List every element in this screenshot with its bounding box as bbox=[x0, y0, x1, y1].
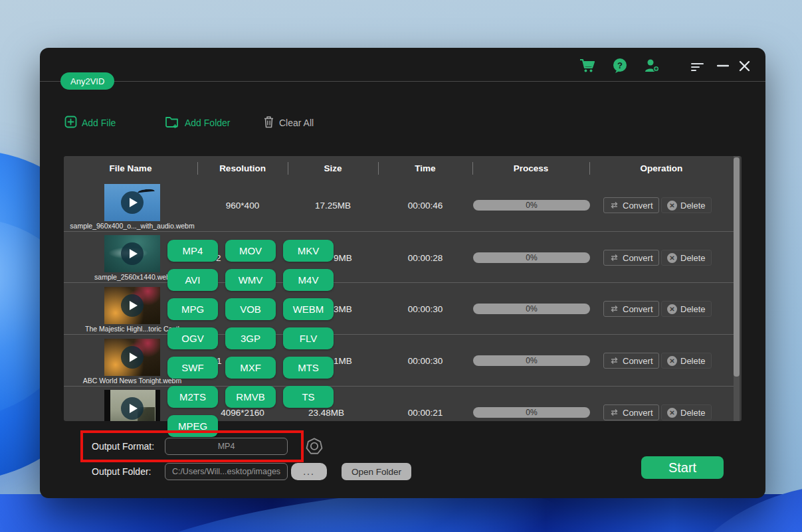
output-format-select[interactable]: MP4 bbox=[165, 438, 288, 455]
output-format-label: Output Format: bbox=[92, 441, 154, 452]
vertical-scrollbar[interactable] bbox=[734, 156, 740, 421]
play-icon[interactable] bbox=[121, 397, 144, 420]
video-thumbnail[interactable] bbox=[104, 339, 160, 376]
format-option-mxf[interactable]: MXF bbox=[225, 357, 276, 379]
format-option-m2ts[interactable]: M2TS bbox=[167, 386, 218, 408]
app-window: ? Any2VID Add File bbox=[40, 48, 765, 498]
table-row: The Majestic Highl...toric Castl 3MB 00:… bbox=[64, 283, 734, 335]
add-folder-icon bbox=[165, 115, 180, 131]
format-option-mts[interactable]: MTS bbox=[283, 357, 334, 379]
format-option-vob[interactable]: VOB bbox=[225, 298, 276, 320]
play-icon[interactable] bbox=[121, 294, 144, 317]
close-icon[interactable] bbox=[735, 57, 753, 74]
browse-button[interactable]: ... bbox=[291, 463, 327, 480]
add-user-icon[interactable] bbox=[643, 57, 661, 74]
progress-value: 0% bbox=[526, 356, 537, 365]
delete-icon: ✕ bbox=[667, 253, 677, 263]
convert-button[interactable]: Convert bbox=[603, 197, 659, 213]
output-folder-label: Output Folder: bbox=[92, 466, 151, 477]
minimize-icon[interactable] bbox=[714, 57, 732, 74]
format-option-ogv[interactable]: OGV bbox=[167, 327, 218, 349]
play-icon[interactable] bbox=[121, 242, 144, 265]
col-resolution: Resolution bbox=[197, 156, 288, 180]
format-option-mov[interactable]: MOV bbox=[225, 240, 276, 262]
delete-button[interactable]: ✕ Delete bbox=[661, 353, 712, 369]
play-icon[interactable] bbox=[121, 346, 144, 369]
open-folder-button[interactable]: Open Folder bbox=[342, 463, 411, 480]
start-button[interactable]: Start bbox=[641, 456, 724, 479]
format-option-mpg[interactable]: MPG bbox=[167, 298, 218, 320]
time-value: 00:00:28 bbox=[408, 253, 443, 263]
col-size: Size bbox=[288, 156, 378, 180]
format-option-3gp[interactable]: 3GP bbox=[225, 327, 276, 349]
add-folder-button[interactable]: Add Folder bbox=[165, 115, 230, 131]
delete-icon: ✕ bbox=[667, 408, 677, 418]
time-value: 00:00:30 bbox=[408, 356, 443, 366]
size-fragment: 9MB bbox=[334, 253, 352, 263]
format-option-mkv[interactable]: MKV bbox=[283, 240, 334, 262]
delete-icon: ✕ bbox=[667, 356, 677, 366]
menu-icon[interactable] bbox=[691, 57, 710, 74]
clear-all-label: Clear All bbox=[279, 118, 314, 128]
convert-button[interactable]: Convert bbox=[603, 404, 659, 420]
file-name: sample_960x400_o..._with_audio.webm bbox=[64, 222, 201, 230]
progress-value: 0% bbox=[526, 201, 537, 210]
table-header: File Name Resolution Size Time Process O… bbox=[64, 156, 742, 180]
progress-value: 0% bbox=[526, 408, 537, 417]
app-tab-badge[interactable]: Any2VID bbox=[60, 72, 114, 90]
convert-icon bbox=[609, 305, 619, 313]
format-option-mpeg[interactable]: MPEG bbox=[167, 415, 218, 437]
delete-button[interactable]: ✕ Delete bbox=[661, 404, 712, 420]
scrollbar-thumb[interactable] bbox=[734, 157, 740, 377]
format-option-rmvb[interactable]: RMVB bbox=[225, 386, 276, 408]
video-thumbnail[interactable] bbox=[104, 235, 160, 272]
add-file-button[interactable]: Add File bbox=[64, 115, 116, 131]
size-value: 17.25MB bbox=[315, 201, 351, 211]
add-file-icon bbox=[64, 116, 77, 131]
table-row: sample_2560x1440.web 2 9MB 00:00:28 0% C… bbox=[64, 231, 734, 283]
time-value: 00:00:30 bbox=[408, 304, 443, 314]
format-option-ts[interactable]: TS bbox=[283, 386, 334, 408]
format-option-swf[interactable]: SWF bbox=[167, 357, 218, 379]
format-option-m4v[interactable]: M4V bbox=[283, 269, 334, 291]
table-row: sample_960x400_o..._with_audio.webm 960*… bbox=[64, 180, 734, 232]
settings-gear-icon[interactable] bbox=[305, 437, 324, 456]
clear-all-button[interactable]: Clear All bbox=[263, 115, 314, 131]
table-row: 4096*2160 23.48MB 00:00:21 0% Convert ✕ … bbox=[64, 387, 734, 421]
progress-bar: 0% bbox=[473, 304, 590, 314]
output-folder-input[interactable]: C:/Users/Will...esktop/images bbox=[165, 463, 288, 480]
convert-button[interactable]: Convert bbox=[603, 353, 659, 369]
progress-bar: 0% bbox=[473, 252, 590, 263]
format-option-wmv[interactable]: WMV bbox=[225, 269, 276, 291]
delete-button[interactable]: ✕ Delete bbox=[661, 301, 712, 317]
add-folder-label: Add Folder bbox=[185, 118, 230, 128]
col-operation: Operation bbox=[589, 156, 734, 180]
format-option-webm[interactable]: WEBM bbox=[283, 298, 334, 320]
play-icon[interactable] bbox=[121, 191, 144, 214]
delete-button[interactable]: ✕ Delete bbox=[661, 250, 712, 266]
progress-bar: 0% bbox=[473, 407, 590, 418]
size-fragment: 1MB bbox=[334, 356, 352, 366]
convert-button[interactable]: Convert bbox=[603, 301, 659, 317]
video-thumbnail[interactable] bbox=[104, 184, 160, 221]
cart-icon[interactable] bbox=[578, 57, 597, 74]
progress-bar: 0% bbox=[473, 355, 590, 366]
progress-value: 0% bbox=[526, 253, 537, 262]
video-thumbnail[interactable] bbox=[104, 287, 160, 324]
convert-button[interactable]: Convert bbox=[603, 250, 659, 266]
resolution-value: 960*400 bbox=[226, 201, 259, 211]
delete-button[interactable]: ✕ Delete bbox=[661, 197, 712, 213]
time-value: 00:00:21 bbox=[408, 408, 443, 418]
convert-icon bbox=[609, 357, 619, 365]
help-icon[interactable]: ? bbox=[611, 57, 629, 74]
video-thumbnail[interactable] bbox=[104, 390, 160, 421]
convert-icon bbox=[609, 408, 619, 416]
svg-text:?: ? bbox=[617, 60, 623, 70]
convert-icon bbox=[609, 254, 619, 262]
format-option-flv[interactable]: FLV bbox=[283, 327, 334, 349]
format-option-avi[interactable]: AVI bbox=[167, 269, 218, 291]
size-fragment: 3MB bbox=[334, 304, 352, 314]
format-option-mp4[interactable]: MP4 bbox=[167, 240, 218, 262]
time-value: 00:00:46 bbox=[408, 201, 443, 211]
delete-icon: ✕ bbox=[667, 201, 677, 211]
